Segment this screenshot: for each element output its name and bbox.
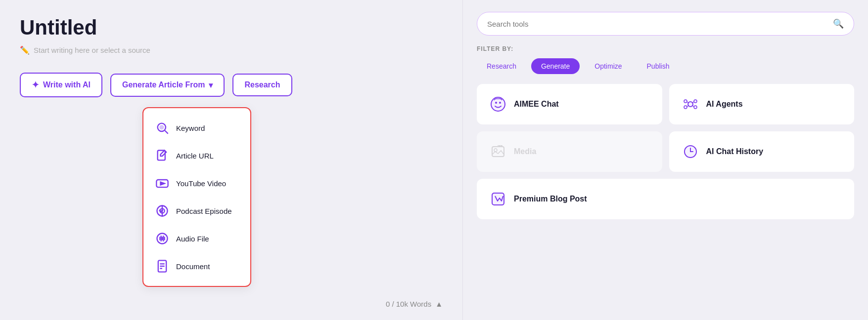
generate-article-button[interactable]: Generate Article From ▾	[110, 74, 225, 97]
sparkle-icon: ✦	[32, 80, 39, 90]
svg-point-27	[684, 106, 687, 109]
doc-icon	[155, 259, 169, 273]
article-url-label: Article URL	[176, 152, 214, 160]
dropdown-item-youtube[interactable]: YouTube Video	[143, 169, 250, 197]
tools-grid: AIMEE Chat AI Agents	[477, 84, 854, 219]
svg-point-28	[694, 106, 697, 109]
dropdown-item-article-url[interactable]: Article URL	[143, 142, 250, 169]
dropdown-item-keyword[interactable]: Keyword	[143, 114, 250, 142]
filter-label: FILTER BY:	[477, 45, 854, 52]
search-icon: 🔍	[833, 18, 844, 29]
search-bar: 🔍	[477, 12, 854, 36]
chevron-up-icon: ▲	[435, 300, 443, 308]
svg-rect-3	[158, 151, 165, 160]
research-button[interactable]: Research	[232, 74, 292, 96]
pill-publish[interactable]: Publish	[637, 58, 680, 74]
svg-point-34	[494, 149, 497, 152]
keyword-label: Keyword	[176, 124, 205, 132]
dropdown-item-document[interactable]: Document	[143, 252, 250, 280]
subtitle-text: Start writing here or select a source	[34, 46, 150, 54]
youtube-label: YouTube Video	[176, 179, 226, 188]
tool-card-media: Media	[477, 131, 662, 172]
dropdown-item-audio[interactable]: Audio File	[143, 225, 250, 252]
svg-point-23	[499, 102, 501, 104]
pencil-icon: ✏️	[20, 45, 30, 55]
play-icon	[155, 176, 169, 190]
pill-optimize[interactable]: Optimize	[585, 58, 632, 74]
pill-generate[interactable]: Generate	[531, 58, 580, 74]
audio-label: Audio File	[176, 235, 209, 243]
filter-section: FILTER BY: Research Generate Optimize Pu…	[477, 45, 854, 74]
search-input[interactable]	[487, 20, 829, 28]
svg-line-1	[165, 130, 168, 133]
media-label: Media	[514, 147, 536, 156]
history-icon	[682, 143, 699, 160]
pill-research[interactable]: Research	[477, 58, 526, 74]
svg-point-26	[694, 100, 697, 103]
subtitle-row: ✏️ Start writing here or select a source	[20, 45, 443, 55]
chevron-down-icon: ▾	[209, 80, 213, 90]
write-with-ai-button[interactable]: ✦ Write with AI	[20, 73, 102, 97]
research-label: Research	[244, 80, 280, 89]
aimee-chat-label: AIMEE Chat	[514, 100, 559, 109]
page-title: Untitled	[20, 16, 443, 40]
document-label: Document	[176, 262, 210, 271]
aimee-icon	[489, 95, 507, 113]
ai-agents-label: AI Agents	[706, 100, 743, 109]
mic-icon	[155, 204, 169, 218]
tool-card-ai-agents[interactable]: AI Agents	[669, 84, 855, 124]
media-icon	[489, 143, 507, 160]
generate-label: Generate Article From	[122, 80, 205, 89]
premium-blog-post-label: Premium Blog Post	[514, 195, 587, 203]
svg-point-25	[684, 100, 687, 103]
word-count-value: 0 / 10k Words	[386, 300, 431, 308]
dropdown-item-podcast[interactable]: Podcast Episode	[143, 197, 250, 225]
right-panel: 🔍 FILTER BY: Research Generate Optimize …	[462, 0, 868, 320]
search-circle-icon	[155, 121, 169, 135]
svg-point-21	[491, 97, 505, 111]
svg-point-22	[495, 102, 497, 104]
ai-agents-icon	[682, 95, 699, 113]
tool-card-aimee-chat[interactable]: AIMEE Chat	[477, 84, 662, 124]
edit-doc-icon	[155, 149, 169, 162]
tool-card-premium-blog-post[interactable]: Premium Blog Post	[477, 179, 854, 219]
svg-marker-5	[161, 182, 165, 185]
svg-point-24	[688, 102, 693, 107]
ai-chat-history-label: AI Chat History	[706, 147, 764, 156]
tool-card-ai-chat-history[interactable]: AI Chat History	[669, 131, 855, 172]
podcast-label: Podcast Episode	[176, 207, 232, 215]
filter-pills: Research Generate Optimize Publish	[477, 58, 854, 74]
generate-dropdown-menu: Keyword Article URL Yo	[142, 107, 251, 287]
write-with-ai-label: Write with AI	[43, 80, 91, 89]
toolbar-row: ✦ Write with AI Generate Article From ▾ …	[20, 73, 443, 97]
svg-point-2	[160, 125, 163, 129]
audio-wave-icon	[155, 232, 169, 245]
word-count: 0 / 10k Words ▲	[386, 300, 443, 308]
left-panel: Untitled ✏️ Start writing here or select…	[0, 0, 462, 320]
premium-icon	[489, 190, 507, 208]
